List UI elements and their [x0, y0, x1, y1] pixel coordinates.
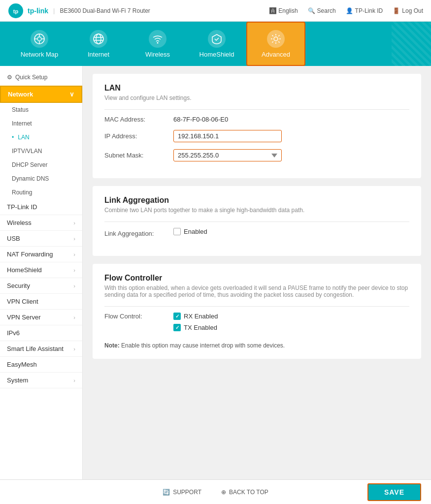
nav-homeshield[interactable]: HomeShield — [187, 22, 246, 66]
sidebar-system[interactable]: System › — [0, 373, 82, 388]
svg-text:tp: tp — [13, 8, 19, 14]
sidebar-security[interactable]: Security › — [0, 278, 82, 294]
top-bar-actions: 🅰 English 🔍 Search 👤 TP-Link ID 🚪 Log Ou… — [269, 7, 423, 15]
sidebar-ipv6[interactable]: IPv6 — [0, 325, 82, 341]
nav-internet[interactable]: Internet — [69, 22, 128, 66]
wireless-icon — [149, 30, 166, 48]
flow-control-note: Note: Enable this option may cause inter… — [104, 342, 409, 349]
sidebar-tp-link-id[interactable]: TP-Link ID — [0, 199, 82, 215]
sidebar-easymesh[interactable]: EasyMesh — [0, 357, 82, 373]
link-aggregation-title: Link Aggregation — [104, 196, 409, 205]
internet-label: Internet — [12, 120, 32, 127]
svg-point-12 — [157, 42, 159, 43]
rx-check-icon: ✓ — [175, 314, 179, 319]
nav-wireless[interactable]: Wireless — [128, 22, 187, 66]
ip-address-row: IP Address: — [104, 130, 409, 142]
dynamic-dns-label: Dynamic DNS — [12, 175, 49, 182]
sidebar-usb[interactable]: USB › — [0, 231, 82, 247]
nav-advanced-label: Advanced — [262, 51, 290, 58]
quick-setup-button[interactable]: ⚙ Quick Setup — [0, 70, 82, 85]
wireless-arrow: › — [73, 220, 75, 226]
sidebar-wireless[interactable]: Wireless › — [0, 215, 82, 231]
lan-card: LAN View and configure LAN settings. MAC… — [93, 74, 421, 178]
back-to-top-label: BACK TO TOP — [229, 489, 268, 496]
nav-network-map[interactable]: Network Map — [10, 22, 69, 66]
sidebar-nat-forwarding[interactable]: NAT Forwarding › — [0, 247, 82, 262]
content-area: LAN View and configure LAN settings. MAC… — [83, 66, 431, 479]
separator: | — [53, 7, 55, 14]
account-button[interactable]: 👤 TP-Link ID — [346, 7, 383, 14]
subnet-label: Subnet Mask: — [104, 152, 173, 159]
svg-point-9 — [96, 34, 101, 44]
search-button[interactable]: 🔍 Search — [308, 7, 336, 14]
link-aggregation-card: Link Aggregation Combine two LAN ports t… — [93, 186, 421, 256]
nat-forwarding-label: NAT Forwarding — [7, 251, 53, 258]
sidebar-lan[interactable]: LAN — [0, 130, 82, 144]
nav-pattern — [392, 22, 431, 66]
footer-inner: 🔄 SUPPORT ⊕ BACK TO TOP SAVE — [0, 489, 431, 496]
ip-label: IP Address: — [104, 132, 173, 140]
mac-value: 68-7F-F0-08-06-E0 — [173, 116, 228, 123]
sidebar-homeshield[interactable]: HomeShield › — [0, 262, 82, 278]
vpn-server-label: VPN Server — [7, 314, 41, 321]
support-button[interactable]: 🔄 SUPPORT — [163, 489, 201, 496]
back-to-top-icon: ⊕ — [221, 489, 226, 496]
flow-control-label: Flow Control: — [104, 313, 173, 320]
tx-checkbox[interactable]: ✓ — [173, 324, 181, 331]
sidebar-iptv-vlan[interactable]: IPTV/VLAN — [0, 144, 82, 158]
flow-controller-card: Flow Controller With this option enabled… — [93, 264, 421, 359]
language-icon: 🅰 — [269, 7, 276, 15]
logout-label: Log Out — [402, 7, 423, 14]
sidebar-vpn-client[interactable]: VPN Client — [0, 294, 82, 310]
nav-advanced[interactable]: Advanced — [246, 22, 305, 66]
nav-internet-label: Internet — [88, 51, 109, 58]
internet-icon — [90, 30, 107, 48]
sidebar-status[interactable]: Status — [0, 103, 82, 117]
account-label: TP-Link ID — [355, 7, 383, 14]
logo-icon: tp — [8, 3, 24, 19]
nav-network-map-label: Network Map — [21, 51, 59, 58]
ip-address-input[interactable] — [173, 130, 282, 142]
sidebar-smart-life-assistant[interactable]: Smart Life Assistant › — [0, 341, 82, 357]
logout-button[interactable]: 🚪 Log Out — [393, 7, 423, 14]
usb-arrow: › — [73, 236, 75, 242]
subnet-mask-select[interactable]: 255.255.255.0 255.255.0.0 255.0.0.0 — [173, 149, 282, 161]
link-aggregation-row: Link Aggregation: Enabled — [104, 228, 409, 239]
security-arrow: › — [73, 283, 75, 289]
nat-forwarding-arrow: › — [73, 252, 75, 257]
advanced-icon — [267, 30, 285, 48]
language-label: English — [278, 7, 298, 14]
sidebar-dynamic-dns[interactable]: Dynamic DNS — [0, 172, 82, 186]
sidebar-internet[interactable]: Internet — [0, 117, 82, 130]
network-header[interactable]: Network ∨ — [0, 86, 82, 103]
nav-wireless-label: Wireless — [145, 51, 170, 58]
logo: tp tp-link — [8, 3, 48, 19]
flow-controller-desc: With this option enabled, when a device … — [104, 284, 409, 298]
vpn-client-label: VPN Client — [7, 298, 38, 305]
dhcp-server-label: DHCP Server — [12, 161, 47, 168]
iptv-vlan-label: IPTV/VLAN — [12, 148, 42, 155]
brand-name: tp-link — [28, 7, 48, 15]
tx-check-icon: ✓ — [175, 325, 179, 330]
status-label: Status — [12, 106, 29, 113]
sidebar-dhcp-server[interactable]: DHCP Server — [0, 158, 82, 172]
rx-checkbox-row: ✓ RX Enabled — [173, 313, 218, 320]
sidebar-routing[interactable]: Routing — [0, 186, 82, 199]
language-button[interactable]: 🅰 English — [269, 7, 298, 15]
search-icon: 🔍 — [308, 7, 315, 14]
save-button[interactable]: SAVE — [367, 483, 421, 501]
tx-checkbox-row: ✓ TX Enabled — [173, 324, 218, 331]
logout-icon: 🚪 — [393, 7, 400, 14]
sidebar-vpn-server[interactable]: VPN Server › — [0, 310, 82, 325]
tx-label: TX Enabled — [184, 324, 217, 331]
nav-homeshield-label: HomeShield — [199, 51, 234, 58]
security-label: Security — [7, 282, 30, 289]
flow-controller-title: Flow Controller — [104, 274, 409, 283]
lan-title: LAN — [104, 84, 409, 93]
back-to-top-button[interactable]: ⊕ BACK TO TOP — [221, 489, 268, 496]
system-arrow: › — [73, 378, 75, 383]
main-layout: ⚙ Quick Setup Network ∨ Status Internet … — [0, 66, 431, 479]
rx-checkbox[interactable]: ✓ — [173, 313, 181, 320]
link-aggregation-checkbox[interactable] — [173, 228, 181, 235]
mac-label: MAC Address: — [104, 116, 173, 123]
